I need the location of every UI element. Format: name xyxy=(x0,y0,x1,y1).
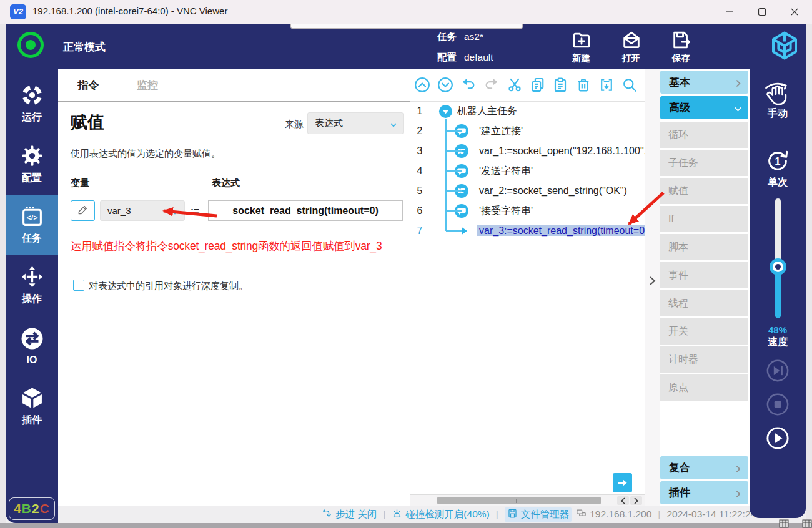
deep-copy-label: 对表达式中的引用对象进行深度复制。 xyxy=(89,280,248,292)
collision-detection-status[interactable]: 碰撞检测开启(40%) xyxy=(392,508,489,521)
file-manager-button-icon xyxy=(507,508,518,521)
line-number: 5 xyxy=(410,181,429,201)
palette-item-线程[interactable]: 线程 xyxy=(660,290,748,316)
save-icon xyxy=(671,29,692,51)
tab-监控[interactable]: 监控 xyxy=(119,69,176,101)
connection-ip-icon xyxy=(576,508,587,521)
palette-item-脚本[interactable]: 脚本 xyxy=(660,234,748,260)
new-button[interactable]: 新建 xyxy=(565,29,597,64)
delete-button[interactable] xyxy=(575,77,592,93)
palette-category-高级[interactable]: 高级 xyxy=(660,96,748,119)
instruction-description: 使用表达式的值为选定的变量赋值。 xyxy=(71,148,220,160)
open-button[interactable]: 打开 xyxy=(615,29,647,64)
panel-collapse-strip[interactable] xyxy=(645,69,661,506)
step-status-icon xyxy=(322,508,332,521)
tree-row[interactable]: 机器人主任务 xyxy=(457,101,517,121)
tab-指令[interactable]: 指令 xyxy=(58,69,119,101)
close-button[interactable] xyxy=(778,0,811,24)
palette-item-子任务[interactable]: 子任务 xyxy=(660,150,748,176)
palette-item-事件[interactable]: 事件 xyxy=(660,262,748,288)
config-label: 配置 xyxy=(437,52,457,62)
scroll-left-button[interactable] xyxy=(617,496,629,505)
undo-button[interactable] xyxy=(460,77,477,93)
deep-copy-checkbox[interactable] xyxy=(73,280,84,291)
palette-item-循环[interactable]: 循环 xyxy=(660,122,748,148)
palette-item-计时器[interactable]: 计时器 xyxy=(660,346,748,373)
paste-button[interactable] xyxy=(552,77,568,93)
tree-row[interactable]: var_3:=socket_read_string(timeout=0) xyxy=(479,221,645,241)
normal-mode-icon xyxy=(17,32,44,58)
save-button[interactable]: 保存 xyxy=(665,29,697,64)
arrow-right-icon xyxy=(616,477,628,489)
play-button[interactable] xyxy=(766,426,790,450)
line-number: 4 xyxy=(410,161,429,181)
tree-row[interactable]: '建立连接' xyxy=(479,121,523,141)
step-over-button[interactable] xyxy=(766,359,790,383)
expression-input[interactable]: socket_read_string(timeout=0) xyxy=(208,200,403,221)
window-edge-left xyxy=(0,24,6,523)
speed-percent: 48% xyxy=(750,325,806,335)
expression-label: 表达式 xyxy=(212,177,240,189)
sidebar-item-IO[interactable]: IO xyxy=(6,316,58,376)
palette-item-If[interactable]: If xyxy=(660,206,748,232)
window-edge-right xyxy=(806,24,812,523)
chevron-down-icon xyxy=(734,104,742,112)
edit-variable-button[interactable] xyxy=(71,200,95,221)
gear-icon xyxy=(21,144,44,167)
line-number: 3 xyxy=(410,141,429,161)
palette-item-原点[interactable]: 原点 xyxy=(660,374,748,401)
program-tree-panel: 1机器人主任务2'建立连接'3var_1:=socket_open("192.1… xyxy=(410,69,645,506)
tree-row[interactable]: var_1:=socket_open("192.168.1.100",85 xyxy=(479,141,645,161)
new-file-icon xyxy=(571,29,592,51)
palette-item-开关[interactable]: 开关 xyxy=(660,318,748,345)
sidebar-item-配置[interactable]: 配置 xyxy=(6,134,58,195)
step-status[interactable]: 步进 关闭 xyxy=(322,508,377,521)
scroll-right-button[interactable] xyxy=(630,496,642,505)
expand-all-button[interactable] xyxy=(437,77,453,93)
line-number-divider xyxy=(430,101,430,494)
horizontal-scrollbar[interactable] xyxy=(410,494,645,506)
cut-button[interactable] xyxy=(507,77,523,93)
source-dropdown[interactable]: 表达式 xyxy=(307,112,404,134)
tree-row[interactable]: '接受字符串' xyxy=(479,201,533,221)
right-sidebar: 手动 1 单次 48% 速度 xyxy=(750,69,806,518)
node-collapse-icon[interactable] xyxy=(438,104,453,119)
sidebar-item-插件[interactable]: 插件 xyxy=(6,376,58,437)
sidebar-item-任务[interactable]: </>任务 xyxy=(6,195,58,255)
redo-button[interactable] xyxy=(483,77,500,93)
connection-ip: 192.168.1.200 xyxy=(576,508,651,521)
tree-row[interactable]: '发送字符串' xyxy=(479,161,533,181)
speed-label: 速度 xyxy=(750,336,806,349)
search-button[interactable] xyxy=(621,77,638,93)
instruction-panel: 指令监控 赋值 来源 表达式 使用表达式的值为选定的变量赋值。 变量 表达式 v… xyxy=(58,69,411,506)
next-step-button[interactable] xyxy=(613,473,632,492)
palette-category-复合[interactable]: 复合 xyxy=(660,456,748,479)
variable-dropdown[interactable]: var_3 xyxy=(100,200,185,221)
tree-row[interactable]: var_2:=socket_send_string("OK") xyxy=(479,181,627,201)
desktop-grid-icon xyxy=(802,519,812,528)
open-label: 打开 xyxy=(622,52,640,64)
chevron-right-icon xyxy=(648,276,656,286)
status-bar: 步进 关闭|碰撞检测开启(40%)|文件管理器192.168.1.200|202… xyxy=(6,506,806,523)
hand-icon[interactable] xyxy=(763,81,792,105)
chevron-down-icon xyxy=(171,207,179,215)
sidebar-item-运行[interactable]: 运行 xyxy=(6,74,58,134)
vnc-toolbar-peek[interactable] xyxy=(290,24,523,29)
chevron-right-icon xyxy=(734,78,742,86)
single-cycle-icon[interactable]: 1 xyxy=(765,149,790,174)
palette-category-插件[interactable]: 插件 xyxy=(660,481,748,504)
palette-item-赋值[interactable]: 赋值 xyxy=(660,178,748,204)
copy-button[interactable] xyxy=(530,77,546,93)
collapse-all-button[interactable] xyxy=(414,77,430,93)
line-number: 7 xyxy=(410,221,429,241)
palette-category-基本[interactable]: 基本 xyxy=(660,71,748,94)
file-manager-button[interactable]: 文件管理器 xyxy=(505,507,572,522)
line-number: 2 xyxy=(410,121,429,141)
maximize-button[interactable] xyxy=(746,0,778,24)
sidebar-item-操作[interactable]: 操作 xyxy=(6,255,58,316)
collision-detection-status-icon xyxy=(392,508,402,521)
insert-button[interactable] xyxy=(598,77,615,93)
scrollbar-thumb[interactable] xyxy=(437,497,601,504)
stop-button[interactable] xyxy=(766,393,790,416)
minimize-button[interactable] xyxy=(713,0,746,24)
